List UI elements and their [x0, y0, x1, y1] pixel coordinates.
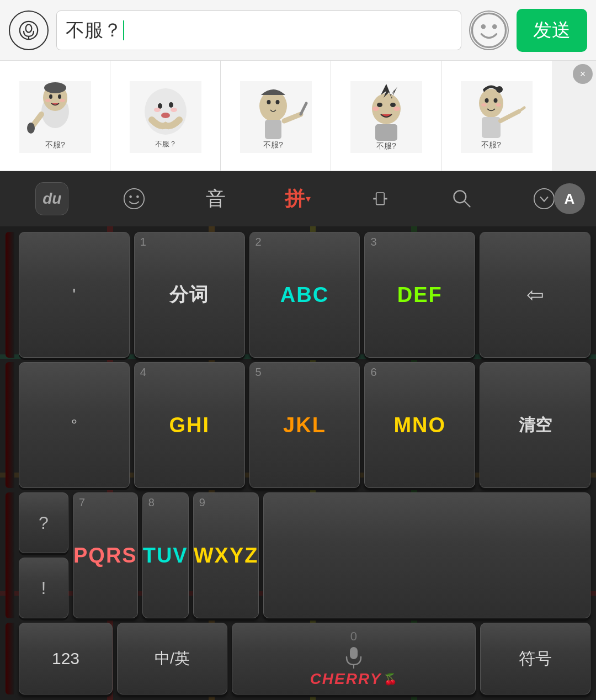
keyboard-toolbar: du 音 拼 ▾ A [0, 171, 596, 226]
svg-point-26 [259, 91, 287, 121]
svg-point-38 [372, 107, 379, 111]
keyboard: ' 1 分词 2 ABC 3 DEF ⇦ ° 4 GHI 5 JKL [0, 226, 596, 700]
svg-point-22 [171, 108, 177, 112]
key-comma[interactable]: ' [19, 232, 130, 358]
cherry-label: CHERRY [310, 670, 382, 688]
emoji-button[interactable] [469, 10, 509, 50]
toolbar-yi-button[interactable]: 音 [194, 177, 238, 221]
toolbar-emoji-button[interactable] [112, 177, 156, 221]
svg-point-53 [124, 189, 144, 209]
svg-point-28 [267, 100, 270, 104]
svg-point-15 [27, 123, 35, 134]
svg-point-3 [472, 13, 505, 47]
key-space[interactable]: 0 CHERRY 🍒 [232, 623, 476, 694]
svg-point-20 [169, 102, 173, 108]
sticker-item-2[interactable]: 不服？ [110, 61, 221, 171]
key-mno[interactable]: 6 MNO [364, 362, 475, 488]
key-symbol[interactable]: 符号 [480, 623, 590, 694]
svg-point-9 [44, 82, 66, 93]
svg-text:不服?: 不服? [481, 140, 501, 149]
font-a-indicator: A [554, 183, 585, 214]
key-row-3: ? ! 7 PQRS 8 TUV 9 WXYZ [6, 492, 590, 618]
svg-point-12 [45, 99, 51, 102]
key-123[interactable]: 123 [19, 623, 113, 694]
key-wxyz[interactable]: 9 WXYZ [193, 492, 259, 618]
key-tuv[interactable]: 8 TUV [142, 492, 189, 618]
left-edge [6, 232, 14, 358]
toolbar-du-button[interactable]: du [30, 177, 74, 221]
svg-point-44 [496, 86, 503, 93]
key-lang[interactable]: 中/英 [117, 623, 227, 694]
sticker-panel: × [0, 61, 596, 171]
svg-line-60 [465, 201, 470, 207]
key-backspace[interactable]: ⇦ [480, 232, 590, 358]
key-dot[interactable]: ° [19, 362, 130, 488]
svg-text:不服?: 不服? [263, 140, 283, 149]
sticker-image-3: 不服? [240, 81, 312, 153]
sticker-image-1: 不服? [19, 81, 91, 153]
svg-rect-57 [376, 193, 384, 205]
send-button[interactable]: 发送 [517, 9, 587, 52]
svg-point-61 [534, 189, 554, 209]
sticker-item-4[interactable]: 不服? [331, 61, 441, 171]
key-abc[interactable]: 2 ABC [249, 232, 360, 358]
svg-point-23 [161, 113, 170, 118]
svg-point-11 [58, 94, 61, 99]
toolbar-pin-button[interactable]: 拼 ▾ [276, 177, 320, 221]
svg-rect-62 [350, 647, 358, 659]
sticker-item-5[interactable]: 不服? [441, 61, 552, 171]
key-row-2: ° 4 GHI 5 JKL 6 MNO 清空 [6, 362, 590, 488]
svg-point-36 [377, 103, 382, 107]
svg-point-48 [496, 103, 501, 107]
svg-point-39 [393, 107, 400, 111]
cherry-icon: 🍒 [384, 672, 397, 686]
input-text: 不服？ [66, 18, 122, 43]
svg-text:不服?: 不服? [376, 141, 396, 150]
key-ghi[interactable]: 4 GHI [134, 362, 245, 488]
voice-button[interactable] [9, 10, 49, 50]
svg-text:不服?: 不服? [45, 140, 65, 149]
key-jkl[interactable]: 5 JKL [249, 362, 360, 488]
sticker-item-3[interactable]: 不服? [221, 61, 331, 171]
close-sticker-button[interactable]: × [573, 64, 593, 84]
svg-point-21 [154, 108, 161, 112]
top-bar: 不服？ 发送 [0, 0, 596, 61]
toolbar-search-button[interactable] [440, 177, 484, 221]
svg-rect-49 [482, 117, 501, 138]
sticker-image-5: 不服? [461, 81, 533, 153]
key-fenchi[interactable]: 1 分词 [134, 232, 245, 358]
sticker-image-2: 不服？ [130, 81, 201, 153]
key-enter-1[interactable] [263, 492, 590, 618]
key-question[interactable]: ? [19, 492, 68, 553]
du-logo: du [35, 182, 68, 215]
svg-point-5 [492, 24, 497, 29]
svg-point-13 [60, 99, 65, 102]
svg-point-37 [390, 103, 396, 107]
svg-point-54 [129, 195, 132, 198]
key-clear[interactable]: 清空 [480, 362, 590, 488]
key-exclaim[interactable]: ! [19, 558, 68, 618]
svg-point-45 [485, 98, 489, 103]
svg-point-46 [494, 98, 498, 103]
key-pqrs[interactable]: 7 PQRS [73, 492, 138, 618]
svg-point-47 [481, 103, 487, 107]
svg-point-55 [136, 195, 139, 198]
text-cursor [123, 20, 124, 40]
svg-point-29 [275, 100, 279, 104]
sticker-image-4: 不服? [350, 81, 422, 153]
svg-point-10 [49, 94, 52, 99]
key-def[interactable]: 3 DEF [364, 232, 475, 358]
svg-point-4 [481, 24, 486, 29]
toolbar-cursor-button[interactable] [358, 177, 402, 221]
key-row-1: ' 1 分词 2 ABC 3 DEF ⇦ [6, 232, 590, 358]
svg-point-43 [479, 89, 503, 118]
svg-text:不服？: 不服？ [155, 140, 176, 148]
sticker-item-1[interactable]: 不服? [0, 61, 110, 171]
left-edge-2 [6, 362, 14, 488]
svg-rect-27 [265, 120, 281, 139]
left-edge-4 [6, 623, 14, 694]
key-row-bottom: 123 中/英 0 CHERRY 🍒 符号 [6, 623, 590, 694]
space-content: 0 CHERRY 🍒 [310, 629, 398, 688]
chat-input[interactable]: 不服？ [56, 10, 461, 50]
svg-point-1 [26, 24, 32, 32]
